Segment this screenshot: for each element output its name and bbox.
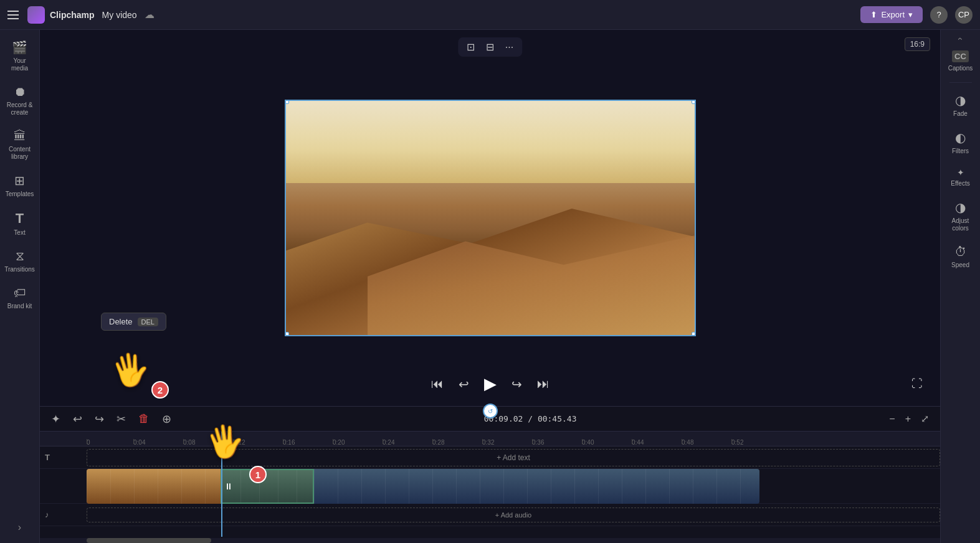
right-sidebar-item-captions[interactable]: CC Captions	[943, 45, 979, 77]
video-clip-1[interactable]	[87, 469, 221, 504]
zoom-out-button[interactable]: −	[885, 412, 898, 427]
topbar-left: Clipchamp My video ☁	[7, 6, 853, 24]
rewind-button[interactable]: ↩	[456, 374, 472, 394]
redo-button[interactable]: ↪	[91, 410, 108, 428]
audio-track-label: ♪	[40, 510, 87, 519]
ruler-mark: 0:36	[532, 439, 582, 446]
clip-filmstrip	[222, 470, 313, 503]
sidebar-item-label: Brand kit	[7, 303, 32, 310]
skip-to-start-button[interactable]: ⏮	[429, 374, 446, 394]
right-sidebar-label: Fade	[953, 110, 968, 118]
resize-handle-br[interactable]	[692, 332, 696, 336]
ruler-mark: 0:48	[682, 439, 731, 446]
sidebar-item-label: Templates	[6, 191, 34, 198]
right-sidebar-label: Effects	[951, 180, 969, 187]
fade-icon: ◑	[955, 93, 966, 108]
undo-button[interactable]: ↩	[69, 410, 86, 428]
sidebar-item-label: Content library	[4, 146, 36, 161]
time-separator: /	[528, 414, 538, 423]
video-clip-2[interactable]: ⏸	[221, 469, 314, 504]
clip-pause-icon: ⏸	[224, 481, 233, 491]
sidebar-item-text[interactable]: T Text	[2, 205, 38, 242]
zoom-controls: − + ⤢	[885, 411, 933, 427]
sidebar-expand-button[interactable]: ›	[13, 517, 26, 538]
fast-forward-button[interactable]: ↪	[509, 374, 525, 394]
ruler-mark: 0:12	[233, 439, 283, 446]
resize-handle-tl[interactable]	[285, 100, 289, 104]
more-options-button[interactable]: ···	[502, 40, 517, 54]
time-display: 00:09.02 / 00:45.43	[180, 414, 880, 423]
crop-button[interactable]: ⊡	[463, 40, 478, 54]
scrollbar-thumb[interactable]	[87, 538, 211, 543]
sidebar-item-transitions[interactable]: ⧖ Transitions	[2, 244, 38, 278]
record-icon: ⏺	[14, 85, 26, 99]
video-title[interactable]: My video	[102, 10, 137, 20]
main-layout: 🎬 Your media ⏺ Record &create 🏛 Content …	[0, 30, 980, 543]
audio-track-content: + Add audio	[87, 504, 940, 526]
cut-button[interactable]: ✂	[113, 410, 130, 428]
timeline-scrollbar[interactable]	[40, 538, 940, 543]
adjust-colors-icon: ◑	[955, 200, 966, 215]
logo-area: Clipchamp	[27, 6, 95, 24]
hamburger-menu[interactable]	[7, 9, 20, 21]
text-track-icon: T	[45, 453, 50, 462]
clip-filmstrip	[87, 469, 221, 504]
export-button[interactable]: ⬆ Export ▾	[860, 6, 923, 23]
add-text-button[interactable]: + Add text	[87, 449, 940, 466]
right-sidebar-item-speed[interactable]: ⏱ Speed	[943, 240, 979, 274]
right-sidebar-label: Captions	[948, 65, 973, 72]
ruler-mark: 0:24	[383, 439, 432, 446]
subtitle-button[interactable]: ⊟	[482, 40, 498, 54]
save-to-library-button[interactable]: ⊕	[158, 410, 175, 428]
video-center-handle[interactable]: ↺	[483, 404, 498, 418]
right-sidebar-item-adjust-colors[interactable]: ◑ Adjust colors	[943, 195, 979, 237]
fullscreen-button[interactable]: ⛶	[909, 375, 925, 393]
your-media-icon: 🎬	[12, 40, 27, 55]
topbar: Clipchamp My video ☁ ⬆ Export ▾ ? CP	[0, 0, 980, 30]
ruler-marks: 0 0:04 0:08 0:12 0:16 0:20 0:24 0:28 0:3…	[40, 432, 940, 446]
right-sidebar-label: Adjust colors	[945, 217, 976, 232]
ruler-mark: 0:16	[283, 439, 333, 446]
separator	[949, 82, 972, 83]
ruler-mark: 0:32	[482, 439, 532, 446]
ruler-mark: 0:52	[731, 439, 781, 446]
add-audio-button[interactable]: + Add audio	[87, 508, 940, 522]
timeline-tracks: T + Add text	[40, 446, 940, 537]
clipchamp-logo	[27, 6, 45, 24]
delete-label: Delete	[109, 317, 133, 326]
help-button[interactable]: ?	[930, 6, 948, 24]
resize-handle-bl[interactable]	[285, 332, 289, 336]
sidebar-item-content-library[interactable]: 🏛 Content library	[2, 124, 38, 166]
zoom-in-button[interactable]: +	[902, 412, 915, 427]
delete-tooltip: Delete DEL	[101, 313, 166, 331]
text-track-content: + Add text	[87, 446, 940, 468]
magic-tool-button[interactable]: ✦	[47, 410, 64, 428]
aspect-ratio-badge[interactable]: 16:9	[905, 37, 930, 51]
right-sidebar-item-effects[interactable]: ✦ Effects	[943, 163, 979, 192]
brand-kit-icon: 🏷	[14, 286, 26, 300]
ruler-mark: 0	[87, 439, 133, 446]
delete-button[interactable]: 🗑	[135, 410, 153, 427]
export-chevron-icon: ▾	[908, 10, 913, 19]
user-avatar[interactable]: CP	[955, 6, 973, 24]
play-pause-button[interactable]: ▶	[482, 372, 499, 396]
total-time: 00:45.43	[538, 414, 577, 423]
right-sidebar-label: Speed	[951, 262, 969, 269]
sidebar-item-record-create[interactable]: ⏺ Record &create	[2, 80, 38, 121]
right-sidebar-item-filters[interactable]: ◐ Filters	[943, 125, 979, 160]
sidebar-item-templates[interactable]: ⊞ Templates	[2, 168, 38, 203]
skip-to-end-button[interactable]: ⏭	[535, 374, 552, 394]
templates-icon: ⊞	[14, 173, 25, 188]
fit-to-screen-button[interactable]: ⤢	[917, 411, 933, 427]
resize-handle-tr[interactable]	[692, 100, 696, 104]
right-sidebar-item-fade[interactable]: ◑ Fade	[943, 88, 979, 123]
playhead-ruler-indicator	[221, 432, 222, 446]
content-library-icon: 🏛	[14, 129, 26, 143]
sidebar-item-brand-kit[interactable]: 🏷 Brand kit	[2, 281, 38, 315]
right-sidebar-collapse-button[interactable]: ‹	[953, 35, 968, 43]
video-clip-3[interactable]	[314, 469, 759, 504]
video-preview[interactable]	[285, 100, 696, 336]
audio-track-row: ♪ + Add audio	[40, 504, 940, 526]
video-track-row: ⏸	[40, 469, 940, 504]
sidebar-item-your-media[interactable]: 🎬 Your media	[2, 35, 38, 77]
